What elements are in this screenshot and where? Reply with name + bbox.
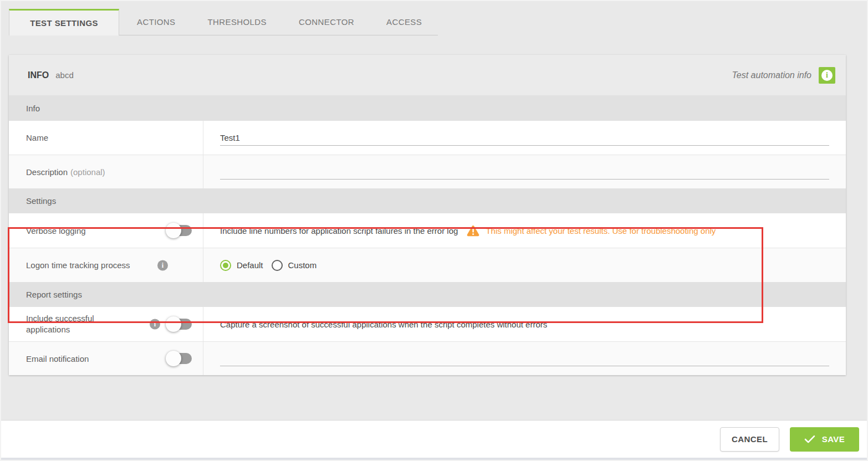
window-bottom-edge (1, 458, 867, 460)
panel-header: INFO abcd Test automation info i (9, 55, 846, 95)
description-label: Description (optional) (9, 155, 203, 188)
info-icon[interactable]: i (157, 260, 168, 270)
tab-test-settings[interactable]: TEST SETTINGS (9, 9, 119, 35)
radio-option-custom[interactable]: Custom (272, 260, 317, 271)
tab-thresholds[interactable]: THRESHOLDS (191, 9, 283, 35)
test-settings-panel: INFO abcd Test automation info i Info Na… (9, 55, 846, 375)
warning-icon (467, 225, 479, 237)
tab-bar: TEST SETTINGS ACTIONS THRESHOLDS CONNECT… (9, 9, 438, 35)
section-heading-settings: Settings (9, 188, 846, 213)
toggle-knob (166, 316, 181, 332)
save-button[interactable]: SAVE (790, 427, 859, 452)
panel-title-suffix: abcd (55, 70, 74, 80)
description-row: Description (optional) (9, 155, 846, 188)
name-input[interactable] (220, 130, 829, 146)
email-notification-input[interactable] (220, 351, 829, 366)
toggle-knob (166, 223, 181, 238)
radio-default[interactable] (220, 260, 231, 271)
tab-actions[interactable]: ACTIONS (121, 9, 191, 35)
panel-title: INFO (28, 70, 49, 80)
include-successful-toggle[interactable] (166, 316, 193, 332)
verbose-logging-toggle[interactable] (166, 223, 193, 238)
tab-access[interactable]: ACCESS (370, 9, 438, 35)
verbose-logging-warning: This might affect your test results. Use… (486, 226, 716, 235)
include-successful-label: Include successful applications i (9, 307, 203, 341)
name-row: Name (9, 121, 846, 155)
name-label: Name (9, 121, 203, 155)
email-notification-toggle[interactable] (166, 351, 193, 366)
email-notification-row: Email notification (9, 341, 846, 375)
form-rows: Info Name Description (optional) Setting… (9, 95, 846, 375)
footer-bar: CANCEL SAVE (1, 420, 867, 458)
logon-process-radio-group: Default Custom (220, 260, 325, 271)
section-heading-info: Info (9, 95, 846, 121)
include-successful-help: Capture a screenshot of successful appli… (220, 320, 547, 329)
email-notification-label: Email notification (9, 342, 203, 375)
logon-time-tracking-label: Logon time tracking process i (9, 248, 203, 282)
cancel-button[interactable]: CANCEL (720, 427, 779, 452)
section-heading-report-settings: Report settings (9, 282, 846, 307)
include-successful-row: Include successful applications i Captur… (9, 307, 846, 341)
test-automation-info-button[interactable]: i (819, 67, 835, 84)
toggle-knob (166, 351, 181, 366)
tab-connector[interactable]: CONNECTOR (283, 9, 370, 35)
verbose-logging-row: Verbose logging Include line numbers for… (9, 213, 846, 248)
radio-option-default[interactable]: Default (220, 260, 263, 271)
verbose-logging-label: Verbose logging (9, 213, 203, 248)
verbose-logging-help: Include line numbers for application scr… (220, 226, 458, 235)
checkmark-icon (804, 435, 815, 444)
info-icon[interactable]: i (150, 319, 160, 330)
radio-custom[interactable] (272, 260, 283, 271)
logon-time-tracking-row: Logon time tracking process i Default Cu… (9, 248, 846, 282)
description-optional-hint: (optional) (70, 167, 105, 177)
test-automation-info-label: Test automation info (732, 70, 812, 80)
info-icon: i (821, 70, 833, 81)
description-input[interactable] (220, 164, 829, 180)
